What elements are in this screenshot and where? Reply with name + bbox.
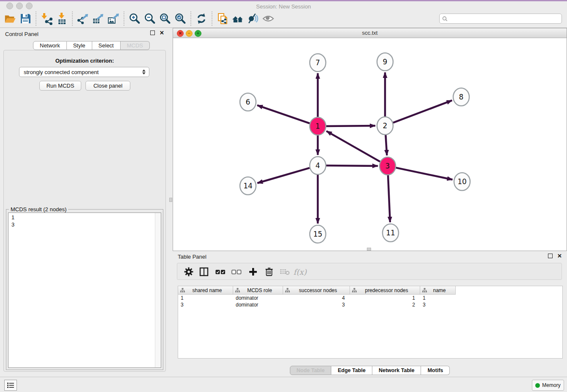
export-network-icon[interactable] xyxy=(75,11,91,26)
criterion-dropdown[interactable]: strongly connected component xyxy=(19,67,149,77)
column-header-successor-nodes[interactable]: successor nodes xyxy=(283,286,350,295)
import-table-icon[interactable] xyxy=(54,11,69,26)
close-table-panel-icon[interactable]: ✕ xyxy=(557,254,562,258)
dropdown-stepper-icon xyxy=(142,69,146,75)
close-panel-icon[interactable]: ✕ xyxy=(160,31,164,35)
float-table-panel-icon[interactable] xyxy=(548,254,553,258)
graph-node-label: 4 xyxy=(316,161,320,170)
memory-button[interactable]: Memory xyxy=(532,380,564,391)
search-input[interactable] xyxy=(448,16,561,22)
tab-edge-table[interactable]: Edge Table xyxy=(331,366,372,375)
status-bar: Memory xyxy=(0,377,567,392)
table-cell[interactable]: 1 xyxy=(420,295,456,301)
table-cell[interactable]: 3 xyxy=(420,302,456,308)
zoom-out-icon[interactable] xyxy=(142,11,157,26)
graph-node-label: 8 xyxy=(459,93,464,101)
export-image-icon[interactable] xyxy=(106,11,121,26)
graph-edge-3-11[interactable] xyxy=(388,175,390,222)
run-mcds-button[interactable]: Run MCDS xyxy=(39,81,81,91)
column-type-icon xyxy=(180,288,185,293)
networks-home-icon[interactable] xyxy=(230,11,245,26)
splitter-grip[interactable] xyxy=(367,248,371,251)
table-row[interactable]: 3dominator323 xyxy=(178,301,562,308)
search-field xyxy=(439,14,562,24)
graph-edge-4-3[interactable] xyxy=(326,166,378,166)
vertical-splitter[interactable] xyxy=(169,28,173,377)
graph-edge-3-1[interactable] xyxy=(326,131,380,162)
table-cell[interactable]: 3 xyxy=(283,302,350,308)
column-header-predecessor-nodes[interactable]: predecessor nodes xyxy=(350,286,420,295)
table-cell[interactable]: 4 xyxy=(283,295,350,301)
zoom-fit-icon[interactable] xyxy=(157,11,173,26)
import-network-icon[interactable] xyxy=(39,11,54,26)
table-cell[interactable]: dominator xyxy=(233,295,283,301)
splitter-grip[interactable] xyxy=(169,198,172,202)
mcds-result-box: 1 3 xyxy=(8,213,161,368)
tab-node-table[interactable]: Node Table xyxy=(290,366,331,375)
show-column-panel-icon[interactable] xyxy=(198,267,209,277)
open-file-icon[interactable] xyxy=(3,11,18,26)
node-table: shared nameMCDS rolesuccessor nodesprede… xyxy=(178,286,563,359)
zoom-in-icon[interactable] xyxy=(127,11,142,26)
column-header-label: name xyxy=(427,287,455,293)
graph-node-label: 1 xyxy=(316,122,320,130)
main-toolbar xyxy=(0,10,567,28)
tab-select[interactable]: Select xyxy=(92,41,121,50)
column-header-label: predecessor nodes xyxy=(357,287,420,293)
tab-style[interactable]: Style xyxy=(67,41,92,50)
function-builder-fx-icon: f(x) xyxy=(295,267,306,277)
network-window-title: scc.txt xyxy=(173,28,567,38)
close-panel-button[interactable]: Close panel xyxy=(85,81,130,91)
zoom-selected-icon[interactable] xyxy=(173,11,188,26)
create-column-plus-icon[interactable] xyxy=(248,267,259,277)
graph-edge-1-6[interactable] xyxy=(257,105,310,124)
table-cell[interactable]: dominator xyxy=(233,302,283,308)
tab-motifs[interactable]: Motifs xyxy=(421,366,450,375)
table-cell[interactable]: 1 xyxy=(178,295,233,301)
table-panel-title: Table Panel xyxy=(178,254,206,260)
column-header-name[interactable]: name xyxy=(420,286,456,295)
table-cell[interactable]: 2 xyxy=(350,302,420,308)
save-session-icon[interactable] xyxy=(18,11,33,26)
column-type-icon xyxy=(285,288,290,293)
graph-edge-3-10[interactable] xyxy=(396,168,453,179)
result-scrollbar[interactable] xyxy=(155,213,161,367)
column-header-label: MCDS role xyxy=(240,287,283,293)
toggle-graphics-details-icon[interactable] xyxy=(245,11,261,26)
graph-node-label: 2 xyxy=(383,121,388,130)
column-header-shared-name[interactable]: shared name xyxy=(178,286,233,295)
column-type-icon xyxy=(422,288,427,293)
network-window-titlebar: ✕ − + scc.txt xyxy=(173,28,567,38)
delete-columns-trash-icon[interactable] xyxy=(264,267,275,277)
toolbar-separator xyxy=(212,11,212,26)
column-header-MCDS-role[interactable]: MCDS role xyxy=(233,286,283,295)
column-type-icon xyxy=(235,288,240,293)
refresh-layout-icon[interactable] xyxy=(194,11,209,26)
float-panel-icon[interactable] xyxy=(150,30,155,35)
graph-node-label: 15 xyxy=(313,230,322,238)
graph-edge-1-2[interactable] xyxy=(326,126,375,126)
task-history-list-icon[interactable] xyxy=(4,380,17,391)
clone-network-icon[interactable] xyxy=(215,11,230,26)
graph-node-label: 10 xyxy=(457,177,467,186)
network-canvas[interactable]: 7968124314101511 xyxy=(173,38,567,251)
export-table-icon[interactable] xyxy=(91,11,106,26)
tab-network[interactable]: Network xyxy=(33,41,67,50)
toolbar-separator xyxy=(72,11,73,26)
graph-edge-2-8[interactable] xyxy=(393,100,452,123)
table-cell[interactable]: 1 xyxy=(350,295,420,301)
table-cell[interactable]: 3 xyxy=(178,302,233,308)
select-all-checkboxes-icon[interactable] xyxy=(215,267,226,277)
deselect-all-checkboxes-icon[interactable] xyxy=(231,267,242,277)
graph-edge-4-14[interactable] xyxy=(257,168,310,183)
memory-label: Memory xyxy=(542,382,560,388)
column-settings-gear-icon[interactable] xyxy=(183,267,194,277)
tab-network-table[interactable]: Network Table xyxy=(372,366,421,375)
tab-mcds[interactable]: MCDS xyxy=(121,41,150,50)
memory-status-icon xyxy=(535,383,540,388)
show-view-eye-icon[interactable] xyxy=(261,11,276,26)
graph-edge-2-3[interactable] xyxy=(385,135,387,155)
column-type-icon xyxy=(352,288,357,293)
control-panel: Control Panel ✕ NetworkStyleSelectMCDS O… xyxy=(0,28,169,377)
table-row[interactable]: 1dominator411 xyxy=(178,295,562,301)
